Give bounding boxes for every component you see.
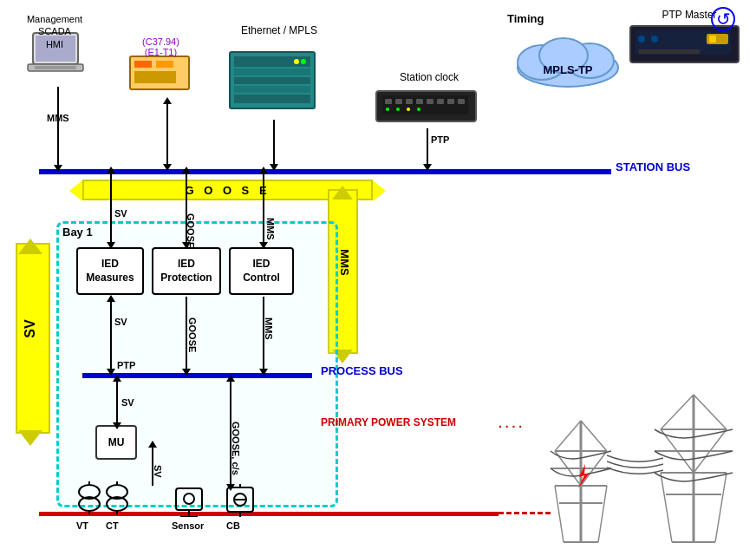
cb-label: CB	[226, 520, 240, 531]
station-bus-label: STATION BUS	[616, 160, 690, 173]
c3794-arrow-down	[163, 164, 172, 171]
primary-power-text: PRIMARY POWER SYSTEM	[321, 416, 456, 428]
goose-cs-down-arrow	[226, 484, 235, 491]
goose-label-proc: GOOSE	[187, 317, 198, 352]
svg-rect-24	[447, 99, 454, 104]
svg-rect-38	[709, 36, 716, 43]
sv-mu-vt-label: SV	[153, 465, 163, 478]
svg-text:MPLS-TP: MPLS-TP	[543, 63, 592, 76]
c3794-label: (C37.94) (E1-T1)	[124, 36, 198, 57]
svg-point-15	[294, 59, 299, 64]
ied-meas-proc-up	[107, 295, 115, 302]
ied-control-text: IED Control	[243, 258, 280, 285]
mms-label-laptop: MMS	[47, 113, 69, 123]
svg-rect-18	[385, 99, 392, 104]
mu-sv-line	[152, 442, 153, 486]
station-clock-label: Station clock	[386, 71, 472, 83]
sv-arrow-outer	[16, 243, 50, 434]
ied-measures-box: IED Measures	[76, 247, 144, 295]
svg-line-80	[661, 473, 672, 542]
svg-line-65	[581, 421, 607, 451]
svg-rect-5	[134, 61, 152, 68]
svg-line-64	[555, 421, 581, 451]
sv-big-label: SV	[23, 319, 38, 337]
wire-between-towers	[607, 451, 663, 480]
sv-big-text: SV	[23, 319, 37, 337]
ied-protection-box: IED Protection	[152, 247, 221, 295]
sensor-symbol	[172, 484, 206, 520]
mu-sv-up-arrow	[148, 441, 157, 448]
mu-box: MU	[95, 425, 137, 460]
ethernet-text: Ethernet / MPLS	[241, 24, 317, 36]
mms-label-proc: MMS	[264, 317, 274, 340]
svg-rect-13	[234, 95, 310, 103]
eth-line	[273, 120, 275, 170]
goose-cs-up-arrow	[226, 375, 235, 382]
mgmt-text: Management SCADA HMI	[27, 14, 82, 49]
ptp-proc-label: PTP	[117, 360, 135, 370]
power-tower-right	[650, 390, 737, 556]
primary-power-dots: . . . .	[499, 416, 522, 430]
ied-protection-text: IED Protection	[160, 258, 212, 285]
ied-prot-up-arrow	[182, 167, 191, 173]
station-clock-text: Station clock	[400, 71, 459, 83]
svg-rect-20	[406, 99, 413, 104]
mgmt-label: Management SCADA HMI	[24, 13, 85, 50]
svg-point-26	[386, 108, 389, 111]
ptp-arrow-down	[423, 164, 432, 171]
svg-rect-12	[234, 86, 310, 93]
ied-meas-up-arrow	[107, 167, 115, 173]
ptp-label-right: PTP	[431, 134, 449, 145]
mu-proc-down-arrow	[113, 422, 121, 429]
svg-line-77	[694, 395, 727, 429]
signal-icon: ↺	[711, 7, 735, 31]
eth-arrow-down	[270, 164, 278, 171]
svg-rect-3	[35, 66, 76, 69]
ied-ctrl-bus-line	[263, 169, 264, 247]
vt-text: VT	[76, 520, 88, 531]
svg-line-81	[715, 473, 727, 542]
mms-arrow-down	[54, 165, 62, 172]
c3794-arrow-up	[163, 97, 172, 104]
goose-arrow-right	[373, 180, 386, 201]
sv-label-ied-meas: SV	[114, 208, 127, 219]
svg-rect-17	[381, 95, 468, 114]
c3794-line	[166, 100, 168, 169]
svg-point-41	[651, 36, 658, 43]
vt-symbol	[76, 481, 102, 517]
mms-arrow-head-up	[332, 186, 353, 200]
svg-rect-22	[427, 99, 433, 104]
mms-label-ied-ctrl: MMS	[265, 218, 276, 240]
ptp-master-text: PTP Master	[662, 9, 716, 21]
svg-point-29	[417, 108, 420, 111]
svg-line-69	[598, 486, 607, 542]
c3794-device	[126, 52, 195, 95]
svg-rect-7	[134, 71, 176, 83]
mms-big-label: MMS	[338, 249, 351, 275]
timing-text: Timing	[507, 12, 544, 25]
mms-line-laptop	[57, 87, 59, 170]
svg-rect-50	[176, 488, 202, 510]
station-bus-text: STATION BUS	[616, 160, 690, 173]
svg-point-27	[396, 108, 400, 111]
svg-line-76	[661, 395, 694, 429]
primary-power-label: PRIMARY POWER SYSTEM	[321, 416, 456, 428]
ied-measures-text: IED Measures	[86, 258, 134, 285]
ied-meas-down-arrow	[107, 242, 115, 249]
cb-text: CB	[226, 520, 240, 531]
mu-proc-line	[116, 377, 118, 428]
ied-meas-proc-line	[110, 297, 112, 375]
ied-meas-bus-line	[110, 169, 112, 247]
ied-ctrl-proc-down	[259, 369, 268, 376]
svg-rect-10	[234, 69, 310, 75]
bay1-label: Bay 1	[62, 226, 93, 239]
sensor-label: Sensor	[172, 520, 204, 531]
svg-point-28	[407, 108, 410, 111]
svg-rect-6	[156, 61, 173, 68]
station-clock-device	[375, 87, 479, 128]
process-bus-text: PROCESS BUS	[321, 364, 403, 377]
ethernet-label: Ethernet / MPLS	[236, 24, 323, 36]
dashed-red-line	[499, 512, 551, 514]
ied-ctrl-up-arrow	[259, 167, 268, 173]
svg-rect-21	[416, 99, 423, 104]
